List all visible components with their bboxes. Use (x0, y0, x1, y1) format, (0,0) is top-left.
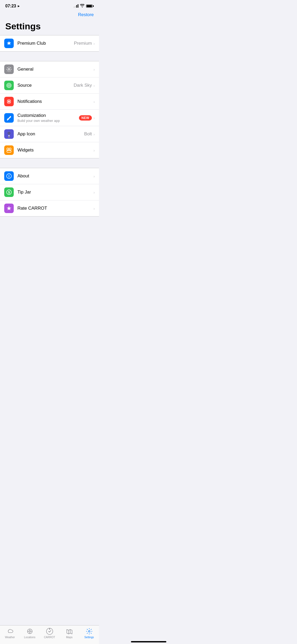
premium-club-chevron: › (93, 41, 95, 46)
svg-point-1 (8, 85, 10, 86)
premium-club-icon (4, 39, 14, 48)
wifi-icon (80, 4, 84, 8)
customization-subtitle: Build your own weather app (17, 119, 79, 123)
tip-jar-content: Tip Jar (17, 190, 93, 195)
premium-club-right: Premium › (74, 41, 95, 46)
svg-text:$: $ (8, 190, 10, 194)
status-bar: 07:23 ► (0, 0, 99, 10)
svg-point-0 (8, 68, 10, 70)
tip-jar-right: › (93, 190, 95, 195)
new-badge: NEW (79, 115, 92, 121)
widgets-content: Widgets (17, 148, 93, 153)
widgets-item[interactable]: Widgets › (0, 142, 99, 158)
customization-item[interactable]: Customization Build your own weather app… (0, 110, 99, 126)
about-content: About (17, 173, 93, 179)
notifications-right: › (93, 99, 95, 104)
main-settings-group: General › Source Dark Sky › (0, 61, 99, 158)
notifications-icon (4, 97, 14, 106)
about-group: About › $ Tip Jar › (0, 168, 99, 217)
app-icon-right: Bolt › (84, 131, 95, 137)
source-content: Source (17, 83, 74, 88)
premium-club-item[interactable]: Premium Club Premium › (0, 35, 99, 51)
about-right: › (93, 174, 95, 178)
source-title: Source (17, 83, 74, 88)
notifications-chevron: › (93, 99, 95, 104)
premium-club-content: Premium Club (17, 41, 74, 46)
general-icon (4, 65, 14, 74)
restore-button[interactable]: Restore (78, 12, 94, 17)
about-icon (4, 171, 14, 181)
general-title: General (17, 67, 93, 72)
customization-chevron: › (93, 116, 95, 120)
svg-rect-12 (9, 148, 11, 150)
customization-right: NEW › (79, 115, 95, 121)
rate-carrot-chevron: › (93, 206, 95, 211)
notifications-content: Notifications (17, 99, 93, 104)
app-icon-icon (4, 129, 14, 139)
source-right: Dark Sky › (74, 83, 95, 88)
notifications-item[interactable]: Notifications › (0, 94, 99, 110)
customization-content: Customization Build your own weather app (17, 113, 79, 123)
general-right: › (93, 67, 95, 72)
general-content: General (17, 67, 93, 72)
source-item[interactable]: Source Dark Sky › (0, 77, 99, 94)
about-chevron: › (93, 174, 95, 178)
rate-carrot-content: Rate CARROT (17, 206, 93, 211)
rate-carrot-title: Rate CARROT (17, 206, 93, 211)
app-icon-title: App Icon (17, 131, 84, 137)
general-item[interactable]: General › (0, 61, 99, 77)
tip-jar-icon: $ (4, 187, 14, 197)
tip-jar-chevron: › (93, 190, 95, 195)
premium-club-title: Premium Club (17, 41, 74, 46)
notifications-title: Notifications (17, 99, 93, 104)
source-value: Dark Sky (74, 83, 92, 88)
svg-rect-5 (8, 101, 10, 102)
rate-carrot-item[interactable]: Rate CARROT › (0, 200, 99, 216)
app-icon-content: App Icon (17, 131, 84, 137)
page-title: Settings (5, 20, 94, 35)
status-icons (74, 4, 94, 8)
tip-jar-item[interactable]: $ Tip Jar › (0, 184, 99, 200)
about-title: About (17, 173, 93, 179)
widgets-icon (4, 145, 14, 155)
widgets-chevron: › (93, 148, 95, 153)
svg-point-9 (8, 132, 10, 134)
rate-carrot-icon (4, 204, 14, 213)
about-item[interactable]: About › (0, 168, 99, 184)
widgets-title: Widgets (17, 148, 93, 153)
customization-icon (4, 113, 14, 123)
widgets-right: › (93, 148, 95, 153)
customization-title: Customization (17, 113, 79, 118)
source-chevron: › (93, 83, 95, 88)
app-icon-item[interactable]: App Icon Bolt › (0, 126, 99, 142)
premium-group: Premium Club Premium › (0, 35, 99, 52)
rate-carrot-right: › (93, 206, 95, 211)
source-icon (4, 81, 14, 90)
tip-jar-title: Tip Jar (17, 190, 93, 195)
app-icon-value: Bolt (84, 131, 92, 137)
general-chevron: › (93, 67, 95, 72)
svg-rect-11 (7, 148, 9, 150)
status-time: 07:23 ► (5, 4, 20, 8)
battery-icon (86, 4, 94, 8)
app-icon-chevron: › (93, 132, 95, 136)
header: Restore Settings (0, 10, 99, 35)
signal-icon (74, 4, 78, 8)
premium-club-value: Premium (74, 41, 92, 46)
svg-rect-13 (7, 150, 11, 152)
